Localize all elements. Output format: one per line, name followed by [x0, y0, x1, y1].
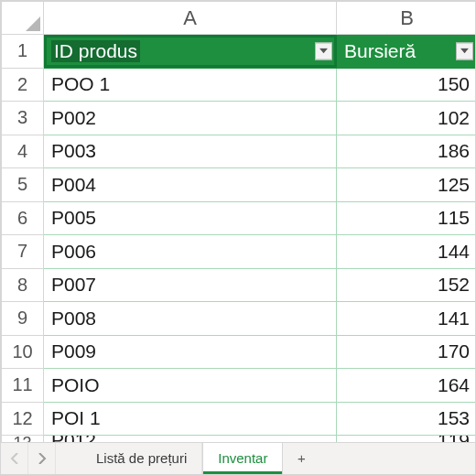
table-row: 12 POI 1 153	[2, 402, 476, 436]
select-all-corner[interactable]	[2, 2, 44, 35]
cell-id[interactable]: P012	[44, 436, 337, 442]
filter-dropdown-icon[interactable]	[456, 42, 473, 59]
cell-id[interactable]: POI 1	[44, 402, 337, 436]
cell-id[interactable]: POIO	[44, 369, 337, 403]
row-header[interactable]: 4	[2, 135, 44, 168]
header-label: Bursieră	[344, 40, 416, 61]
cell-id[interactable]: P005	[44, 201, 337, 235]
grid-area: A B 1 ID produs Bursieră	[1, 1, 475, 442]
cell-id[interactable]: P002	[44, 102, 337, 135]
cell-id[interactable]: POO 1	[44, 68, 337, 102]
sheet-nav-prev-icon[interactable]	[1, 443, 28, 474]
cell-id[interactable]: P004	[44, 168, 337, 202]
header-cell-bursiera[interactable]: Bursieră	[337, 35, 476, 69]
cell-val[interactable]: 186	[337, 135, 476, 168]
cell-val[interactable]: 141	[337, 302, 476, 336]
cell-val[interactable]: 144	[337, 235, 476, 269]
table-row: 2 POO 1 150	[2, 68, 476, 102]
table-row: 7 P006 144	[2, 235, 476, 269]
cell-val[interactable]: 153	[337, 402, 476, 436]
sheet-tab-active[interactable]: Inventar	[202, 442, 283, 474]
table-row: 3 P002 102	[2, 102, 476, 135]
sheet-tab-label: Listă de prețuri	[96, 450, 187, 466]
spreadsheet-grid: A B 1 ID produs Bursieră	[1, 1, 475, 442]
tab-spacer	[56, 443, 81, 474]
cell-id[interactable]: P006	[44, 235, 337, 269]
filter-dropdown-icon[interactable]	[315, 42, 332, 59]
sheet-nav-next-icon[interactable]	[28, 443, 56, 474]
row-header[interactable]: 9	[2, 302, 44, 336]
row-header[interactable]: 11	[2, 369, 44, 403]
row-header[interactable]: 10	[2, 335, 44, 369]
sheet-tab-bar: Listă de prețuri Inventar +	[1, 442, 475, 474]
spreadsheet-window: A B 1 ID produs Bursieră	[0, 0, 476, 475]
row-header[interactable]: 8	[2, 268, 44, 302]
column-header-row: A B	[2, 2, 476, 35]
sheet-tab-label: Inventar	[218, 450, 267, 466]
cell-val[interactable]: 119	[337, 436, 476, 442]
table-row: 11 POIO 164	[2, 369, 476, 403]
table-row: 9 P008 141	[2, 302, 476, 336]
row-header[interactable]: 6	[2, 201, 44, 235]
row-header[interactable]: 5	[2, 168, 44, 202]
row-header[interactable]: 12	[2, 402, 44, 436]
cell-id[interactable]: P009	[44, 335, 337, 369]
header-cell-idprodus[interactable]: ID produs	[44, 35, 337, 69]
column-header-B[interactable]: B	[337, 2, 476, 35]
plus-icon: +	[298, 450, 306, 466]
cell-id[interactable]: P008	[44, 302, 337, 336]
cell-val[interactable]: 102	[337, 102, 476, 135]
table-header-row: 1 ID produs Bursieră	[2, 35, 476, 69]
row-header[interactable]: 13	[2, 436, 44, 442]
row-header[interactable]: 3	[2, 102, 44, 135]
table-row-partial: 13 P012 119	[2, 436, 476, 442]
table-row: 8 P007 152	[2, 268, 476, 302]
cell-val[interactable]: 115	[337, 201, 476, 235]
cell-val[interactable]: 152	[337, 268, 476, 302]
row-header[interactable]: 7	[2, 235, 44, 269]
cell-val[interactable]: 170	[337, 335, 476, 369]
cell-id[interactable]: P007	[44, 268, 337, 302]
table-row: 4 P003 186	[2, 135, 476, 168]
tab-bar-filler	[319, 443, 475, 474]
cell-val[interactable]: 125	[337, 168, 476, 202]
column-header-A[interactable]: A	[44, 2, 337, 35]
row-header[interactable]: 2	[2, 68, 44, 102]
table-row: 6 P005 115	[2, 201, 476, 235]
table-row: 5 P004 125	[2, 168, 476, 202]
cell-id[interactable]: P003	[44, 135, 337, 168]
header-label: ID produs	[51, 40, 140, 62]
cell-val[interactable]: 150	[337, 68, 476, 102]
add-sheet-button[interactable]: +	[283, 443, 319, 474]
sheet-tab-inactive[interactable]: Listă de prețuri	[81, 443, 202, 474]
table-row: 10 P009 170	[2, 335, 476, 369]
row-header[interactable]: 1	[2, 35, 44, 69]
cell-val[interactable]: 164	[337, 369, 476, 403]
